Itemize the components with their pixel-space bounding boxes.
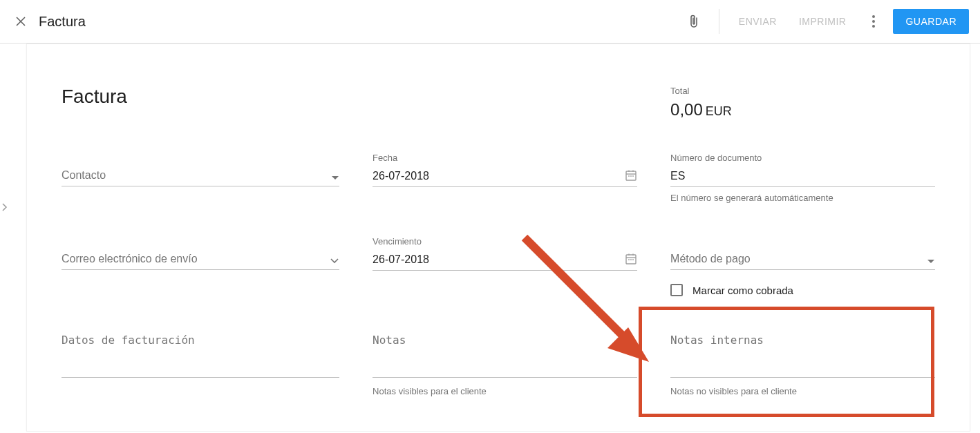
close-button[interactable]: [11, 12, 30, 31]
internal-notes-helper: Notas no visibles para el cliente: [670, 386, 935, 396]
doc-number-label: Número de documento: [670, 153, 935, 163]
content: Factura Total 0,00EUR Fecha: [0, 44, 980, 432]
calendar-icon[interactable]: [625, 253, 637, 265]
email-field[interactable]: [62, 249, 339, 270]
notes-field[interactable]: [373, 329, 637, 378]
more-button[interactable]: [860, 8, 887, 35]
svg-point-16: [632, 259, 634, 260]
caret-down-icon: [927, 259, 935, 264]
send-button[interactable]: ENVIAR: [731, 10, 785, 32]
svg-point-15: [630, 259, 632, 260]
payment-method-field[interactable]: [670, 249, 935, 270]
print-button[interactable]: IMPRIMIR: [791, 10, 855, 32]
divider: [719, 9, 719, 34]
total-currency: EUR: [706, 104, 732, 118]
mark-paid-row: Marcar como cobrada: [670, 284, 935, 296]
calendar-icon[interactable]: [625, 169, 637, 182]
svg-point-9: [632, 175, 634, 177]
app-header: Factura ENVIAR IMPRIMIR GUARDAR: [0, 0, 980, 44]
caret-down-icon: [331, 175, 339, 181]
doc-number-field[interactable]: [670, 166, 935, 187]
due-field[interactable]: [373, 249, 637, 271]
billing-data-field[interactable]: [62, 329, 339, 378]
side-collapse[interactable]: [0, 202, 10, 212]
attach-button[interactable]: [680, 8, 708, 35]
date-field[interactable]: [373, 166, 637, 187]
chevron-right-icon: [1, 202, 8, 212]
date-label: Fecha: [373, 153, 637, 163]
svg-point-7: [628, 175, 630, 177]
svg-point-1: [872, 20, 875, 23]
total-label: Total: [670, 86, 935, 96]
doc-number-helper: El número se generará automáticamente: [670, 193, 935, 203]
due-label: Vencimiento: [373, 236, 637, 247]
total-value: 0,00: [670, 100, 703, 119]
notes-helper: Notas visibles para el cliente: [373, 386, 637, 396]
paperclip-icon: [687, 14, 701, 29]
chevron-down-icon: [330, 258, 339, 264]
svg-point-8: [630, 175, 632, 177]
more-vert-icon: [872, 15, 875, 28]
mark-paid-checkbox[interactable]: [670, 284, 683, 296]
svg-point-0: [872, 15, 875, 18]
page-title: Factura: [39, 14, 680, 30]
svg-point-14: [628, 259, 630, 260]
total-value-row: 0,00EUR: [670, 100, 935, 119]
mark-paid-label: Marcar como cobrada: [692, 285, 793, 296]
save-button[interactable]: GUARDAR: [893, 9, 969, 34]
close-icon: [15, 16, 26, 27]
svg-point-2: [872, 25, 875, 28]
internal-notes-field[interactable]: [670, 329, 935, 378]
header-actions: ENVIAR IMPRIMIR GUARDAR: [680, 8, 969, 35]
contact-field[interactable]: [62, 165, 339, 186]
invoice-form-card: Factura Total 0,00EUR Fecha: [26, 44, 970, 432]
document-heading: Factura: [62, 86, 339, 108]
